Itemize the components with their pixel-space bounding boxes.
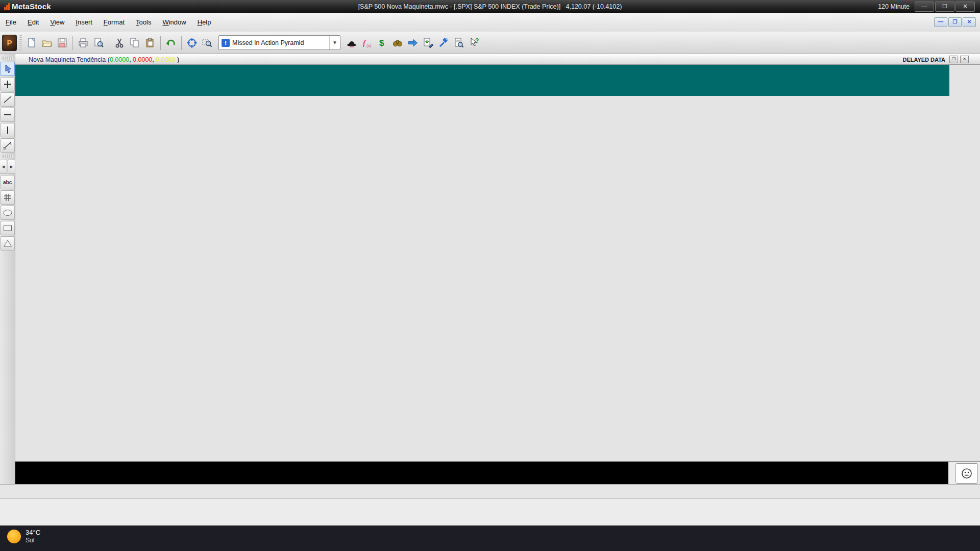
toolbar-handle xyxy=(19,35,22,51)
vertical-line-tool[interactable] xyxy=(1,123,15,137)
svg-text:S: S xyxy=(3,146,6,151)
menu-item-help[interactable]: Help xyxy=(192,18,217,26)
template-combobox[interactable]: fMissed In Action Pyramid▼ xyxy=(218,35,340,50)
menu-item-tools[interactable]: Tools xyxy=(130,18,157,26)
grid-tool[interactable] xyxy=(1,190,15,205)
metastock-window: MetaStock [S&P 500 Nova Maquineta.mwc - … xyxy=(0,0,980,551)
svg-text:?: ? xyxy=(475,37,479,44)
maximize-button[interactable]: ☐ xyxy=(935,2,954,12)
expert-advisor-button[interactable] xyxy=(345,36,359,50)
menu-item-insert[interactable]: Insert xyxy=(70,18,98,26)
power-console-icon[interactable]: P xyxy=(2,35,17,51)
axis-corner xyxy=(948,461,980,485)
scope-button[interactable] xyxy=(436,36,451,50)
formula-icon: f xyxy=(222,39,230,47)
panel-title-trend: Nova Maquineta Tendência ( xyxy=(29,56,110,63)
drawing-toolbar: SL◀▶abc xyxy=(0,54,15,498)
horizontal-line-tool[interactable] xyxy=(1,108,15,122)
scroll-buttons: ◀▶ xyxy=(0,159,15,174)
style-toolbar xyxy=(0,498,980,526)
scroll-right-button[interactable]: ▶ xyxy=(8,160,15,174)
svg-text:L: L xyxy=(10,141,12,145)
report-button[interactable] xyxy=(452,36,466,50)
sun-icon xyxy=(7,530,21,543)
svg-text:f: f xyxy=(363,39,366,47)
open-button[interactable] xyxy=(40,36,54,50)
svg-text:abc: abc xyxy=(3,180,12,185)
print-preview-button[interactable] xyxy=(91,36,106,50)
windows-taskbar: 34°C Sol xyxy=(0,525,980,551)
cut-button[interactable] xyxy=(112,36,127,50)
weather-temp: 34°C xyxy=(26,529,40,537)
drawing-toolbar-handle xyxy=(3,57,13,60)
panel-restore-button[interactable]: ❐ xyxy=(949,56,958,63)
expert-smiley-button[interactable] xyxy=(955,463,978,484)
target-button[interactable] xyxy=(185,36,199,50)
menu-item-view[interactable]: View xyxy=(44,18,70,26)
panel-header-trend: Nova Maquineta Tendência (0.0000, 0.0000… xyxy=(15,54,980,65)
undo-button[interactable] xyxy=(164,36,178,50)
system-tester-button[interactable]: $ xyxy=(375,36,389,50)
menu-item-file[interactable]: File xyxy=(0,18,22,26)
ellipse-tool[interactable] xyxy=(1,206,15,220)
menu-item-format[interactable]: Format xyxy=(98,18,130,26)
mdi-close-button[interactable]: ✕ xyxy=(963,17,976,27)
chart-trend[interactable] xyxy=(15,65,949,96)
toolbar-separator xyxy=(109,36,109,50)
toolbar-separator xyxy=(72,36,73,50)
minimize-button[interactable]: — xyxy=(915,2,934,12)
indicator-builder-button[interactable]: f(x) xyxy=(360,36,374,50)
weather-condition: Sol xyxy=(26,537,40,544)
delayed-data-badge: DELAYED DATA xyxy=(902,57,945,63)
explorer-button[interactable] xyxy=(390,36,405,50)
smiley-icon xyxy=(961,467,973,480)
crosshair-tool[interactable] xyxy=(1,77,15,91)
menu-bar: FileEditViewInsertFormatToolsWindowHelp … xyxy=(0,13,980,32)
pointer-tool[interactable] xyxy=(1,62,15,76)
mdi-restore-button[interactable]: ❐ xyxy=(948,17,962,27)
paste-button[interactable] xyxy=(143,36,157,50)
menu-item-window[interactable]: Window xyxy=(157,18,191,26)
panel-close-button[interactable]: ✕ xyxy=(960,56,969,63)
scroll-left-button[interactable]: ◀ xyxy=(0,160,7,174)
taskbar-weather-widget[interactable]: 34°C Sol xyxy=(7,529,40,544)
new-chart-button[interactable] xyxy=(24,36,39,50)
chevron-down-icon[interactable]: ▼ xyxy=(329,36,340,49)
chart-nav-bar xyxy=(0,484,980,499)
print-button[interactable] xyxy=(76,36,90,50)
trendline-tool[interactable] xyxy=(1,92,15,107)
main-toolbar: PfMissed In Action Pyramid▼f(x)$? xyxy=(0,32,980,54)
svg-text:(x): (x) xyxy=(366,43,372,48)
save-button[interactable] xyxy=(55,36,69,50)
panel-values-trend: 0.0000, 0.0000, 0.0000 ) xyxy=(110,56,179,63)
svg-text:$: $ xyxy=(379,38,384,48)
text-tool[interactable]: abc xyxy=(1,175,15,189)
drawing-toolbar-handle xyxy=(3,155,13,158)
zoom-find-button[interactable] xyxy=(200,36,214,50)
panel-header-controls-trend: DELAYED DATA❐✕ xyxy=(902,56,969,63)
context-help-button[interactable]: ? xyxy=(467,36,481,50)
date-axis xyxy=(15,461,948,485)
mdi-minimize-button[interactable]: — xyxy=(934,17,947,27)
downloader-button[interactable] xyxy=(421,36,435,50)
quote-value: 4,120.07 (-10.4102) xyxy=(566,3,622,10)
triangle-tool[interactable] xyxy=(1,236,15,251)
title-bar: MetaStock [S&P 500 Nova Maquineta.mwc - … xyxy=(0,0,980,13)
rectangle-tool[interactable] xyxy=(1,221,15,235)
forecast-arrow-button[interactable] xyxy=(406,36,420,50)
toolbar-separator xyxy=(160,36,161,50)
toolbar-separator xyxy=(181,36,182,50)
menu-item-edit[interactable]: Edit xyxy=(22,18,44,26)
document-title: [S&P 500 Nova Maquineta.mwc - [.SPX] S&P… xyxy=(0,3,980,10)
interval-label: 120 Minute xyxy=(878,3,910,10)
close-button[interactable]: ✕ xyxy=(955,2,975,12)
copy-button[interactable] xyxy=(128,36,142,50)
template-combo-value: Missed In Action Pyramid xyxy=(232,39,329,46)
semi-log-tool[interactable]: SL xyxy=(1,138,15,153)
